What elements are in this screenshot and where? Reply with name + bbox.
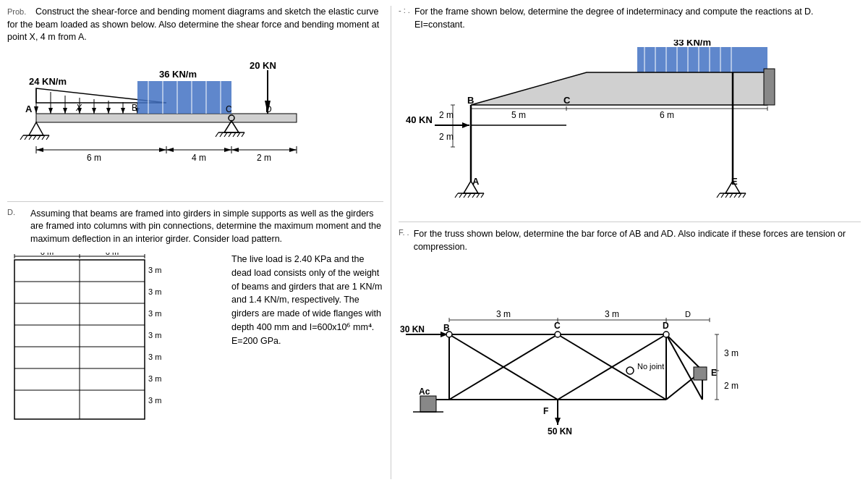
dim-2m-beam: 2 m: [257, 153, 271, 163]
svg-line-39: [216, 132, 218, 137]
svg-line-32: [33, 135, 36, 140]
svg-line-41: [224, 132, 227, 137]
page: Prob. Construct the shear-force and bend…: [0, 0, 868, 485]
dim-4m-beam: 4 m: [192, 153, 206, 163]
load20-label: 20 KN: [250, 60, 276, 71]
label-F-truss: F: [543, 406, 548, 416]
problem3-row: 3 m 3 m 3 m 3 m 3 m 3 m 3 m 6 m: [7, 253, 383, 429]
label-C-truss: C: [554, 321, 561, 331]
svg-line-40: [220, 132, 223, 137]
svg-point-137: [663, 332, 669, 337]
label-B-truss: B: [443, 323, 450, 333]
svg-line-108: [717, 193, 720, 198]
svg-marker-58: [289, 148, 297, 152]
svg-point-153: [626, 367, 634, 374]
load30kn-label: 30 KN: [400, 324, 425, 334]
svg-line-35: [46, 135, 49, 140]
svg-line-43: [233, 132, 236, 137]
prob2-header-row: - : . For the frame shown below, determi…: [399, 6, 861, 35]
label-X: X: [75, 103, 82, 113]
right-column: - : . For the frame shown below, determi…: [391, 6, 861, 479]
svg-marker-2: [34, 106, 38, 114]
problem1-header: Prob. Construct the shear-force and bend…: [7, 6, 383, 44]
svg-marker-56: [224, 148, 231, 152]
problem2-diagram: 33 KN/m B C D 5: [399, 40, 861, 216]
svg-marker-10: [92, 108, 96, 114]
beam-diagram: 36 KN/m 24 KN/m 20 KN: [7, 48, 369, 193]
label-D-beam: D: [265, 104, 272, 114]
prob4-text: The live load is 2.40 KPa and the dead l…: [231, 253, 383, 347]
left-column: Prob. Construct the shear-force and bend…: [7, 6, 391, 479]
svg-rect-72: [637, 47, 767, 72]
svg-rect-138: [694, 367, 707, 380]
svg-line-30: [25, 135, 27, 140]
svg-line-112: [734, 193, 737, 198]
svg-marker-12: [106, 108, 111, 114]
dim-6m-beam: 6 m: [87, 153, 101, 163]
problem4-text-area: The live load is 2.40 KPa and the dead l…: [231, 253, 383, 429]
floor-plan-area: 3 m 3 m 3 m 3 m 3 m 3 m 3 m 6 m: [7, 253, 224, 429]
load24-label: 24 KN/m: [29, 76, 67, 87]
svg-line-99: [455, 193, 458, 198]
label-C-beam: C: [226, 104, 232, 114]
svg-marker-91: [462, 122, 469, 128]
dim-6m-frame: 6 m: [660, 110, 674, 120]
problem5-diagram: 30 KN B C D Ac E F: [399, 262, 861, 438]
svg-line-101: [464, 193, 467, 198]
dim-2m-right: 2 m: [724, 381, 739, 391]
svg-marker-140: [555, 418, 561, 425]
svg-rect-0: [36, 114, 297, 122]
problem3-header: Assuming that beams are framed into gird…: [30, 208, 383, 246]
svg-line-113: [739, 193, 741, 198]
prob5-label: F. .: [399, 228, 409, 258]
dim-5m: 5 m: [511, 110, 526, 120]
svg-line-104: [477, 193, 480, 198]
dim-6m-top2: 6 m: [106, 253, 119, 256]
svg-marker-82: [471, 72, 767, 105]
svg-line-111: [730, 193, 733, 198]
prob1-text: Construct the shear-force and bending mo…: [7, 7, 379, 42]
frame-diagram: 33 KN/m B C D 5: [399, 40, 818, 214]
svg-line-44: [237, 132, 240, 137]
dim-3m-right: 3 m: [724, 348, 739, 358]
svg-marker-55: [166, 148, 174, 152]
svg-line-102: [468, 193, 471, 198]
dim-3m-3: 3 m: [148, 309, 161, 318]
dim-2m-bot: 2 m: [439, 132, 454, 142]
prob3-num: D.: [7, 208, 25, 250]
svg-rect-18: [137, 81, 231, 114]
svg-line-109: [721, 193, 724, 198]
svg-marker-53: [36, 148, 43, 152]
no-joint-label: No joint: [637, 362, 664, 371]
floor-grid-svg: 3 m 3 m 3 m 3 m 3 m 3 m 3 m 6 m: [7, 253, 210, 426]
label-E-truss: E: [711, 368, 717, 378]
svg-marker-6: [63, 108, 67, 114]
svg-line-100: [459, 193, 462, 198]
svg-rect-131: [420, 396, 436, 412]
svg-marker-14: [121, 108, 125, 114]
label-A: A: [25, 104, 33, 114]
dim-6m-top1: 6 m: [41, 253, 54, 256]
problem5-header: For the truss shown below, determine the…: [414, 228, 861, 253]
label-B: B: [132, 103, 137, 113]
dim-3m-1: 3 m: [148, 266, 161, 274]
svg-marker-4: [48, 108, 53, 114]
dim-3m-2: 3 m: [148, 287, 161, 296]
svg-line-105: [481, 193, 484, 198]
label-Ac-truss: Ac: [419, 387, 430, 397]
svg-line-103: [472, 193, 475, 198]
dim-3m-bc: 3 m: [496, 309, 511, 319]
load40-label: 40 KN: [406, 114, 433, 125]
svg-line-29: [20, 135, 23, 140]
divider1: [7, 201, 383, 202]
svg-line-45: [242, 132, 244, 137]
load36-label: 36 KN/m: [159, 69, 197, 80]
dim-3m-cd: 3 m: [605, 309, 619, 319]
svg-line-33: [38, 135, 41, 140]
problem1-diagram: 36 KN/m 24 KN/m 20 KN: [7, 48, 383, 195]
dim-3m-4: 3 m: [148, 331, 161, 340]
label-C-frame: C: [563, 95, 571, 106]
prob1-label: Prob.: [7, 7, 33, 16]
dim-3m-7: 3 m: [148, 396, 161, 405]
problem2-header: For the frame shown below, determine the…: [414, 6, 861, 31]
